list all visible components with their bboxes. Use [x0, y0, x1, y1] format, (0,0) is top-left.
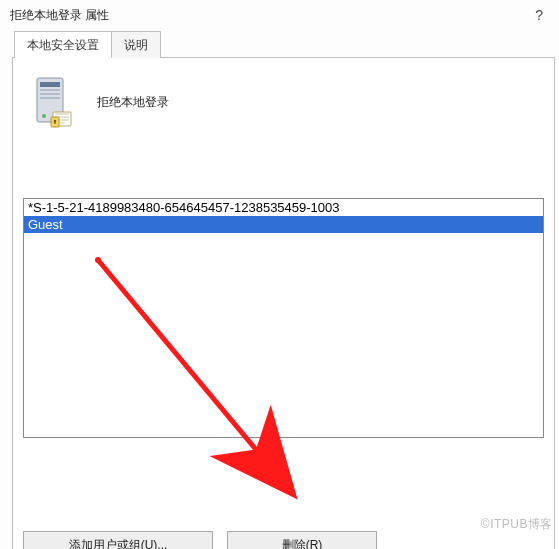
remove-button[interactable]: 删除(R): [227, 531, 377, 549]
tab-label: 说明: [124, 38, 148, 52]
tab-strip: 本地安全设置 说明: [0, 30, 559, 58]
tab-local-security[interactable]: 本地安全设置: [14, 31, 112, 58]
button-row: 添加用户或组(U)... 删除(R): [23, 531, 377, 549]
svg-rect-1: [40, 82, 60, 87]
svg-rect-4: [40, 97, 60, 99]
titlebar: 拒绝本地登录 属性 ?: [0, 0, 559, 30]
svg-rect-9: [54, 121, 55, 124]
list-item[interactable]: *S-1-5-21-4189983480-654645457-123853545…: [24, 199, 543, 216]
window-title: 拒绝本地登录 属性: [10, 7, 109, 24]
tab-panel: 拒绝本地登录 *S-1-5-21-4189983480-654645457-12…: [12, 58, 555, 549]
user-listbox[interactable]: *S-1-5-21-4189983480-654645457-123853545…: [23, 198, 544, 438]
svg-point-5: [42, 114, 46, 118]
list-item[interactable]: Guest: [24, 216, 543, 233]
svg-rect-3: [40, 93, 60, 95]
policy-name: 拒绝本地登录: [97, 94, 169, 111]
tab-label: 本地安全设置: [27, 38, 99, 52]
tab-description[interactable]: 说明: [111, 31, 161, 58]
help-button[interactable]: ?: [529, 5, 549, 25]
policy-header: 拒绝本地登录: [13, 58, 554, 138]
add-user-button[interactable]: 添加用户或组(U)...: [23, 531, 213, 549]
server-icon: [31, 76, 75, 128]
svg-rect-2: [40, 89, 60, 91]
